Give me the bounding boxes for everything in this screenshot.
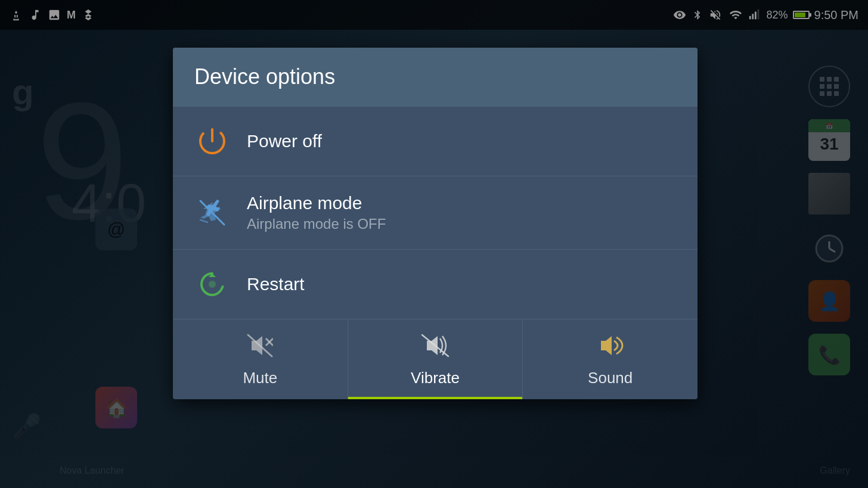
svg-marker-18 xyxy=(601,336,612,355)
dialog-header: Device options xyxy=(173,48,698,106)
svg-point-11 xyxy=(209,281,216,288)
restart-text: Restart xyxy=(247,274,305,294)
vibrate-active-indicator xyxy=(348,397,523,399)
airplane-mode-item[interactable]: Airplane mode Airplane mode is OFF xyxy=(173,176,698,249)
airplane-mode-sublabel: Airplane mode is OFF xyxy=(247,216,386,232)
mute-label: Mute xyxy=(243,369,277,387)
sound-controls: Mute Vibrate xyxy=(173,319,698,399)
sound-button[interactable]: Sound xyxy=(523,319,698,399)
power-off-text: Power off xyxy=(247,131,322,151)
sound-label: Sound xyxy=(588,369,633,387)
power-off-item[interactable]: Power off xyxy=(173,106,698,176)
airplane-mode-label: Airplane mode xyxy=(247,193,386,213)
restart-icon xyxy=(194,266,230,302)
power-off-icon xyxy=(194,123,230,159)
vibrate-icon xyxy=(421,334,450,363)
airplane-mode-text: Airplane mode Airplane mode is OFF xyxy=(247,193,386,232)
mute-button[interactable]: Mute xyxy=(173,319,348,399)
restart-label: Restart xyxy=(247,274,305,294)
device-options-dialog: Device options Power off Airplane mode xyxy=(173,48,698,399)
sound-icon xyxy=(596,334,625,363)
vibrate-button[interactable]: Vibrate xyxy=(348,319,523,399)
mute-icon xyxy=(247,334,273,363)
restart-item[interactable]: Restart xyxy=(173,249,698,319)
airplane-mode-icon xyxy=(194,195,230,231)
vibrate-label: Vibrate xyxy=(411,369,460,387)
svg-line-9 xyxy=(200,220,207,222)
power-off-label: Power off xyxy=(247,131,322,151)
dialog-title: Device options xyxy=(194,64,335,89)
